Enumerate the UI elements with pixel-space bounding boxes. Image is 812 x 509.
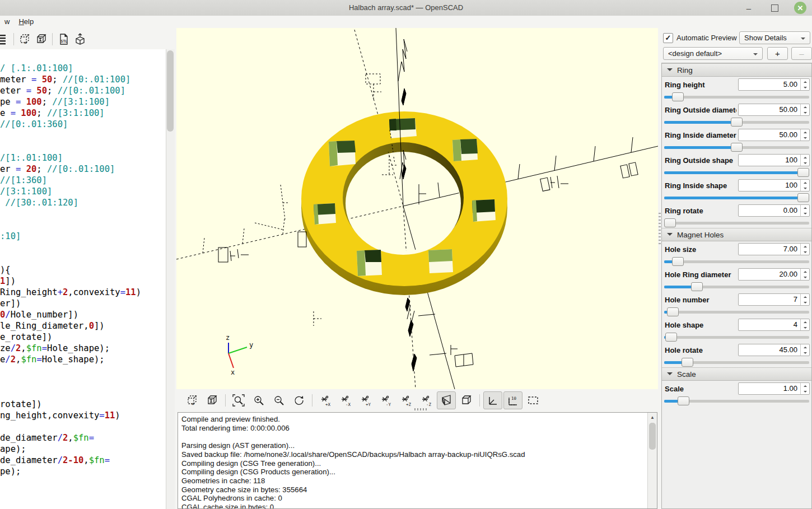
editor-scrollbar-thumb[interactable] xyxy=(167,50,174,132)
view-plus-z-button[interactable]: +Z xyxy=(396,391,416,409)
spin-down-button[interactable] xyxy=(801,211,809,216)
spin-up-button[interactable] xyxy=(801,205,809,211)
parameter-slider[interactable] xyxy=(664,357,809,367)
spin-up-button[interactable] xyxy=(801,244,809,249)
spin-down-button[interactable] xyxy=(801,160,809,166)
panel-splitter-handle[interactable] xyxy=(659,213,661,246)
show-scale-markers-button[interactable]: 10 xyxy=(503,391,522,409)
close-button[interactable]: ✕ xyxy=(794,2,806,14)
export-stl-button[interactable]: STL xyxy=(55,31,72,48)
parameter-spinbox[interactable]: 7 xyxy=(738,293,810,306)
zoom-all-button[interactable] xyxy=(229,391,248,409)
reset-view-button[interactable] xyxy=(290,391,309,409)
parameter-spinbox[interactable]: 45.00 xyxy=(738,344,810,356)
slider-handle[interactable] xyxy=(797,168,809,177)
parameter-spinbox[interactable]: 4 xyxy=(738,319,810,331)
show-axes-button[interactable] xyxy=(483,391,502,409)
parameter-spinbox[interactable]: 7.00 xyxy=(738,243,810,255)
slider-handle[interactable] xyxy=(667,307,679,316)
parameter-spinbox[interactable]: 5.00 xyxy=(738,78,810,91)
slider-groove[interactable] xyxy=(664,336,809,339)
preview-button[interactable]: » xyxy=(16,31,33,48)
view-plus-x-button[interactable]: +X xyxy=(316,391,335,409)
spin-up-button[interactable] xyxy=(801,79,809,85)
automatic-preview-checkbox[interactable]: ✓ xyxy=(663,33,673,43)
spin-up-button[interactable] xyxy=(801,344,809,350)
perspective-button[interactable] xyxy=(437,391,456,409)
slider-groove[interactable] xyxy=(664,311,809,314)
remove-preset-button[interactable]: – xyxy=(791,47,812,60)
parameter-spinbox[interactable]: 50.00 xyxy=(738,129,810,141)
parameter-spinbox[interactable]: 50.00 xyxy=(738,104,810,116)
menu-button[interactable] xyxy=(0,31,11,48)
add-preset-button[interactable]: + xyxy=(767,47,788,60)
menu-item-w[interactable]: w xyxy=(0,16,14,28)
spin-up-button[interactable] xyxy=(801,319,809,325)
slider-handle[interactable] xyxy=(665,333,677,342)
spin-down-button[interactable] xyxy=(801,249,809,255)
parameter-slider[interactable] xyxy=(664,192,809,203)
spin-up-button[interactable] xyxy=(801,129,809,135)
parameter-slider[interactable] xyxy=(664,306,809,317)
parameter-slider[interactable] xyxy=(664,142,809,152)
parameter-spinbox[interactable]: 20.00 xyxy=(738,268,810,281)
spin-up-button[interactable] xyxy=(801,294,809,300)
spin-down-button[interactable] xyxy=(801,325,809,330)
spin-down-button[interactable] xyxy=(801,350,809,356)
slider-handle[interactable] xyxy=(672,257,684,266)
parameter-slider[interactable] xyxy=(664,217,809,228)
spin-down-button[interactable] xyxy=(801,185,809,191)
3d-viewport-canvas[interactable]: z y x xyxy=(176,28,658,389)
parameter-spinbox[interactable]: 0.00 xyxy=(738,204,810,217)
spin-down-button[interactable] xyxy=(801,274,809,280)
zoom-in-button[interactable] xyxy=(249,391,268,409)
parameter-spinbox[interactable]: 100 xyxy=(738,154,810,166)
parameter-slider[interactable] xyxy=(664,331,809,342)
3d-viewport[interactable]: z y x xyxy=(176,28,658,389)
parameter-spinbox[interactable]: 100 xyxy=(738,179,810,192)
console-scrollbar[interactable]: ▲ xyxy=(647,413,657,508)
parameter-slider[interactable] xyxy=(664,256,809,267)
slider-handle[interactable] xyxy=(731,118,743,127)
render-button[interactable] xyxy=(203,391,222,409)
parameter-spinbox[interactable]: 1.00 xyxy=(738,382,810,395)
zoom-out-button[interactable] xyxy=(269,391,288,409)
parameter-slider[interactable] xyxy=(664,167,809,178)
section-header-ring[interactable]: Ring xyxy=(662,63,811,77)
details-dropdown[interactable]: Show Details xyxy=(739,31,810,44)
spin-up-button[interactable] xyxy=(801,104,809,110)
spin-down-button[interactable] xyxy=(801,300,809,305)
slider-groove[interactable] xyxy=(664,260,809,263)
spin-down-button[interactable] xyxy=(801,135,809,141)
slider-handle[interactable] xyxy=(672,92,684,101)
parameter-slider[interactable] xyxy=(664,91,809,102)
console-scrollbar-thumb[interactable] xyxy=(649,423,656,450)
view-plus-y-button[interactable]: +Y xyxy=(356,391,375,409)
editor-scrollbar[interactable] xyxy=(166,49,175,509)
spin-up-button[interactable] xyxy=(801,155,809,160)
view-minus-z-button[interactable]: -Z xyxy=(417,391,436,409)
minimize-button[interactable]: – xyxy=(743,2,755,14)
slider-handle[interactable] xyxy=(731,143,743,152)
preset-dropdown[interactable]: <design default> xyxy=(663,47,763,60)
section-header-magnet-holes[interactable]: Magnet Holes xyxy=(662,228,811,241)
code-editor[interactable]: / [.1:.01:100]meter = 50; //[0:.01:100]e… xyxy=(0,49,166,509)
orthographic-button[interactable] xyxy=(457,391,476,409)
slider-handle[interactable] xyxy=(691,282,703,291)
spin-up-button[interactable] xyxy=(801,180,809,185)
slider-groove[interactable] xyxy=(664,96,809,99)
spin-up-button[interactable] xyxy=(801,383,809,389)
slider-handle[interactable] xyxy=(678,396,689,405)
splitter-handle[interactable] xyxy=(414,408,427,410)
parameter-slider[interactable] xyxy=(664,116,809,127)
parameter-slider[interactable] xyxy=(664,281,809,292)
menu-item-help[interactable]: Help xyxy=(14,16,38,28)
console[interactable]: Compile and preview finished.Total rende… xyxy=(178,412,657,509)
scroll-up-arrow[interactable]: ▲ xyxy=(648,413,657,422)
maximize-button[interactable] xyxy=(768,2,781,14)
render-button[interactable] xyxy=(33,31,50,48)
parameter-slider[interactable] xyxy=(664,395,809,406)
section-header-scale[interactable]: Scale xyxy=(662,367,811,381)
slider-handle[interactable] xyxy=(682,358,693,367)
preview-button[interactable]: » xyxy=(183,391,202,409)
